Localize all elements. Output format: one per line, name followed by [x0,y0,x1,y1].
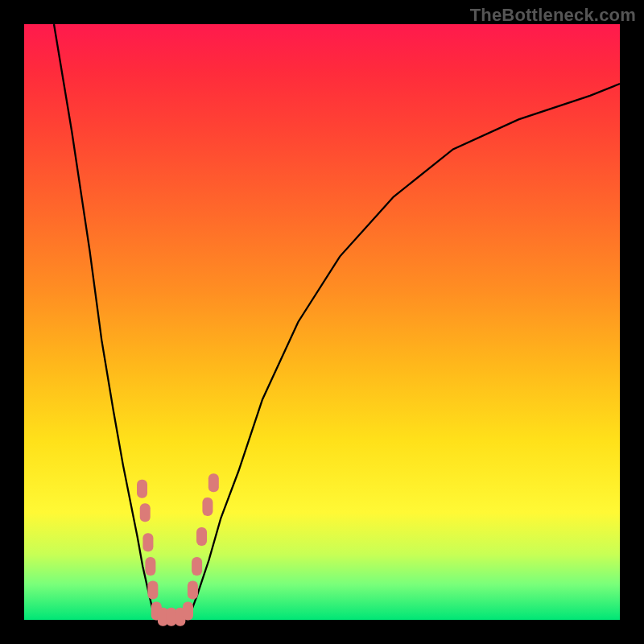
data-marker [142,533,153,551]
data-marker [145,557,155,576]
plot-area [24,24,620,620]
bottleneck-curve [54,24,620,620]
data-marker [183,601,193,620]
data-marker [166,608,176,626]
data-marker [208,473,219,492]
data-marker [140,503,151,522]
watermark-text: TheBottleneck.com [470,5,636,26]
data-marker [202,497,213,516]
chart-frame: TheBottleneck.com [0,0,644,644]
data-marker [137,480,147,498]
data-marker [188,581,198,600]
curve-layer [24,24,620,620]
data-marker [196,527,207,546]
data-marker [192,557,202,576]
data-marker [147,581,158,600]
